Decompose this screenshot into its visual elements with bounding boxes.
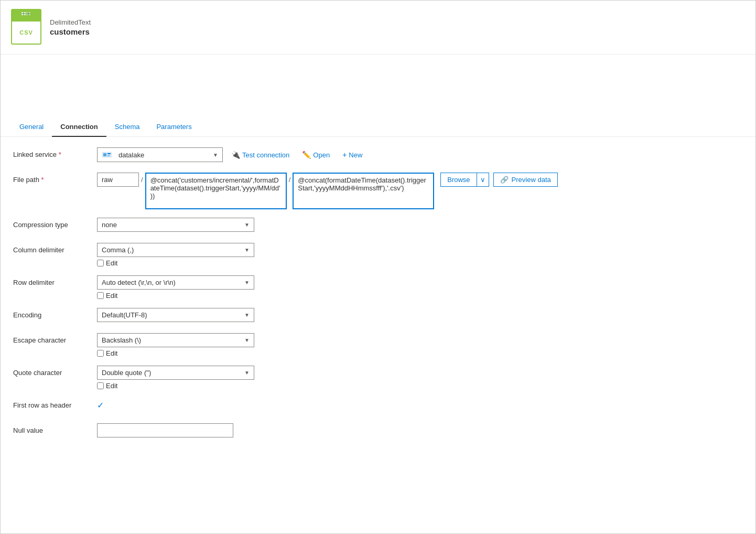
file-path-label: File path * bbox=[13, 173, 97, 184]
compression-type-value: none bbox=[102, 221, 117, 229]
csv-label: CSV bbox=[19, 29, 33, 36]
compression-arrow: ▼ bbox=[244, 222, 250, 228]
column-delimiter-arrow: ▼ bbox=[244, 247, 250, 253]
csv-icon: CSV bbox=[11, 9, 42, 46]
linked-service-value: datalake bbox=[118, 151, 144, 159]
tab-parameters[interactable]: Parameters bbox=[148, 118, 200, 137]
svg-rect-7 bbox=[103, 153, 106, 156]
first-row-header-label: First row as header bbox=[13, 398, 97, 409]
column-delimiter-row: Column delimiter Comma (,) ▼ Edit bbox=[13, 243, 743, 267]
compression-type-controls: none ▼ bbox=[97, 218, 743, 232]
escape-character-dropdown[interactable]: Backslash (\) ▼ bbox=[97, 333, 254, 347]
escape-character-value: Backslash (\) bbox=[102, 336, 141, 344]
escape-arrow: ▼ bbox=[244, 337, 250, 343]
new-button[interactable]: + New bbox=[338, 148, 366, 162]
quote-character-group: Double quote (") ▼ Edit bbox=[97, 366, 254, 390]
browse-button-group: Browse ∨ bbox=[440, 173, 489, 187]
datalake-icon bbox=[102, 151, 112, 159]
row-delimiter-dropdown[interactable]: Auto detect (\r,\n, or \r\n) ▼ bbox=[97, 275, 254, 290]
dataset-type: DelimitedText bbox=[50, 18, 91, 26]
file-path-parts: / @concat('customers/incremental/',forma… bbox=[97, 173, 434, 209]
test-connection-button[interactable]: 🔌 Test connection bbox=[227, 148, 294, 162]
quote-character-label: Quote character bbox=[13, 366, 97, 377]
linked-service-label: Linked service * bbox=[13, 147, 97, 158]
encoding-controls: Default(UTF-8) ▼ bbox=[97, 308, 743, 322]
null-value-label: Null value bbox=[13, 423, 97, 434]
svg-rect-8 bbox=[107, 153, 111, 154]
row-delimiter-controls: Auto detect (\r,\n, or \r\n) ▼ Edit bbox=[97, 275, 743, 300]
preview-data-button[interactable]: 🔗 Preview data bbox=[493, 173, 558, 187]
dataset-name: customers bbox=[50, 27, 91, 36]
tab-connection[interactable]: Connection bbox=[52, 118, 106, 137]
linked-service-controls: datalake ▼ 🔌 Test connection ✏️ Open + N… bbox=[97, 147, 743, 162]
browse-dropdown-button[interactable]: ∨ bbox=[477, 173, 489, 186]
encoding-label: Encoding bbox=[13, 308, 97, 319]
open-button[interactable]: ✏️ Open bbox=[298, 148, 334, 162]
escape-character-row: Escape character Backslash (\) ▼ Edit bbox=[13, 333, 743, 357]
pencil-icon: ✏️ bbox=[302, 151, 311, 159]
row-delimiter-edit-row: Edit bbox=[97, 292, 254, 300]
file-path-part1[interactable] bbox=[97, 173, 139, 187]
column-delimiter-dropdown[interactable]: Comma (,) ▼ bbox=[97, 243, 254, 257]
quote-character-row: Quote character Double quote (") ▼ Edit bbox=[13, 366, 743, 390]
file-path-part2[interactable]: @concat('customers/incremental/',formatD… bbox=[145, 173, 287, 209]
quote-edit-label[interactable]: Edit bbox=[106, 382, 117, 390]
header: CSV DelimitedText customers bbox=[1, 1, 755, 55]
row-delimiter-value: Auto detect (\r,\n, or \r\n) bbox=[102, 279, 176, 286]
row-delimiter-group: Auto detect (\r,\n, or \r\n) ▼ Edit bbox=[97, 275, 254, 300]
encoding-arrow: ▼ bbox=[244, 312, 250, 318]
row-delimiter-arrow: ▼ bbox=[244, 280, 250, 285]
first-row-header-row: First row as header ✓ bbox=[13, 398, 743, 415]
escape-edit-label[interactable]: Edit bbox=[106, 349, 117, 357]
header-info: DelimitedText customers bbox=[50, 18, 91, 36]
compression-type-dropdown[interactable]: none ▼ bbox=[97, 218, 254, 232]
column-delimiter-edit-label[interactable]: Edit bbox=[106, 259, 117, 267]
first-row-header-checkmark: ✓ bbox=[97, 400, 104, 410]
linked-service-dropdown[interactable]: datalake ▼ bbox=[97, 147, 223, 162]
row-delimiter-label: Row delimiter bbox=[13, 275, 97, 286]
compression-type-label: Compression type bbox=[13, 218, 97, 229]
encoding-value: Default(UTF-8) bbox=[102, 311, 147, 319]
row-delimiter-edit-checkbox[interactable] bbox=[97, 292, 104, 299]
escape-edit-checkbox[interactable] bbox=[97, 350, 104, 357]
quote-arrow: ▼ bbox=[244, 370, 250, 376]
column-delimiter-group: Comma (,) ▼ Edit bbox=[97, 243, 254, 267]
tab-general[interactable]: General bbox=[11, 118, 52, 137]
quote-character-controls: Double quote (") ▼ Edit bbox=[97, 366, 743, 390]
column-delimiter-edit-checkbox[interactable] bbox=[97, 260, 104, 266]
browse-button[interactable]: Browse bbox=[441, 173, 476, 186]
escape-edit-row: Edit bbox=[97, 349, 254, 357]
escape-character-controls: Backslash (\) ▼ Edit bbox=[97, 333, 743, 357]
tab-schema[interactable]: Schema bbox=[106, 118, 148, 137]
quote-edit-checkbox[interactable] bbox=[97, 382, 104, 389]
quote-character-dropdown[interactable]: Double quote (") ▼ bbox=[97, 366, 254, 380]
app-container: CSV DelimitedText customers General Conn… bbox=[0, 0, 756, 534]
column-delimiter-label: Column delimiter bbox=[13, 243, 97, 254]
link-icon: 🔗 bbox=[500, 176, 509, 184]
file-path-controls: / @concat('customers/incremental/',forma… bbox=[97, 173, 743, 209]
null-value-row: Null value bbox=[13, 423, 743, 440]
compression-type-row: Compression type none ▼ bbox=[13, 218, 743, 234]
escape-character-label: Escape character bbox=[13, 333, 97, 344]
browse-chevron-icon: ∨ bbox=[480, 176, 485, 184]
content-area: Linked service * datalake ▼ bbox=[1, 137, 755, 459]
linked-service-arrow: ▼ bbox=[213, 152, 218, 158]
tabs: General Connection Schema Parameters bbox=[11, 118, 745, 136]
path-sep2: / bbox=[289, 173, 291, 184]
plug-icon: 🔌 bbox=[231, 151, 240, 159]
file-path-row: File path * / @concat('customers/increme… bbox=[13, 173, 743, 209]
null-value-controls bbox=[97, 423, 743, 437]
encoding-dropdown[interactable]: Default(UTF-8) ▼ bbox=[97, 308, 254, 322]
linked-service-row: Linked service * datalake ▼ bbox=[13, 147, 743, 164]
svg-rect-9 bbox=[107, 155, 110, 156]
encoding-row: Encoding Default(UTF-8) ▼ bbox=[13, 308, 743, 325]
first-row-header-controls: ✓ bbox=[97, 398, 743, 410]
row-delimiter-edit-label[interactable]: Edit bbox=[106, 292, 117, 300]
null-value-input[interactable] bbox=[97, 423, 233, 437]
row-delimiter-row: Row delimiter Auto detect (\r,\n, or \r\… bbox=[13, 275, 743, 300]
column-delimiter-edit-row: Edit bbox=[97, 259, 254, 267]
file-path-part3[interactable]: @concat(formatDateTime(dataset().trigger… bbox=[293, 173, 434, 209]
quote-edit-row: Edit bbox=[97, 382, 254, 390]
tabs-container: General Connection Schema Parameters bbox=[1, 118, 755, 137]
quote-character-value: Double quote (") bbox=[102, 369, 151, 377]
